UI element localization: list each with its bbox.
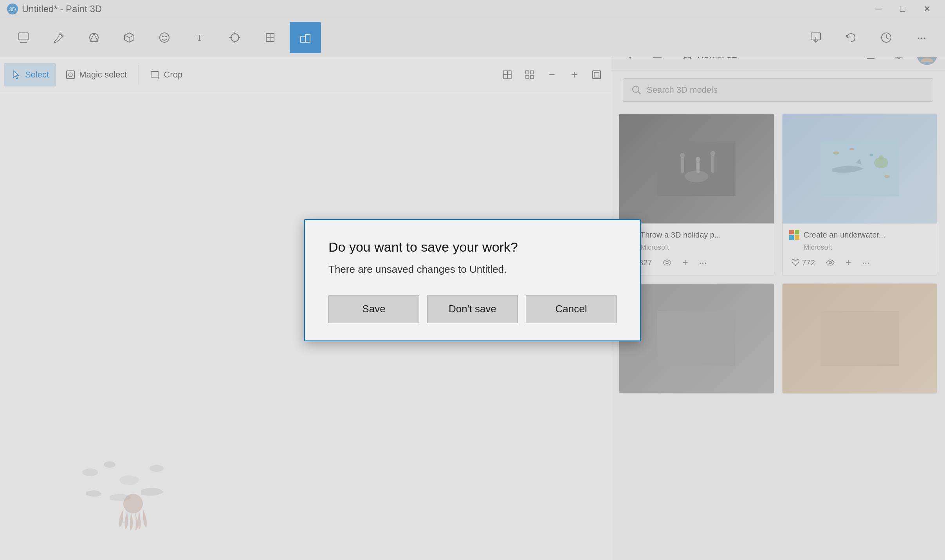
- dialog-overlay: Do you want to save your work? There are…: [0, 0, 945, 560]
- save-button[interactable]: Save: [328, 295, 419, 323]
- dialog-buttons: Save Don't save Cancel: [328, 295, 617, 323]
- cancel-button[interactable]: Cancel: [526, 295, 617, 323]
- save-dialog: Do you want to save your work? There are…: [304, 219, 641, 341]
- dialog-title: Do you want to save your work?: [328, 239, 617, 255]
- dialog-message: There are unsaved changes to Untitled.: [328, 263, 617, 275]
- dont-save-button[interactable]: Don't save: [427, 295, 518, 323]
